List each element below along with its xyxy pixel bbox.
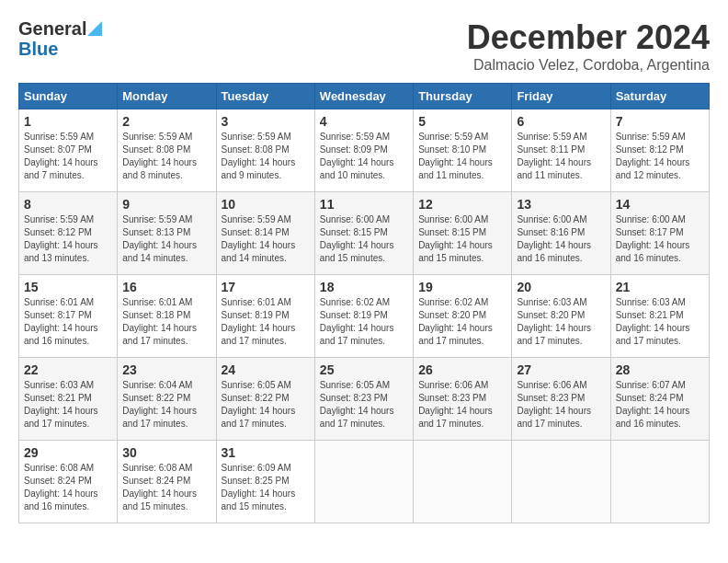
- day-info: Sunrise: 6:07 AMSunset: 8:24 PMDaylight:…: [616, 380, 690, 429]
- calendar-week-row: 8 Sunrise: 5:59 AMSunset: 8:12 PMDayligh…: [19, 192, 710, 275]
- day-number: 28: [616, 362, 704, 377]
- day-number: 31: [222, 445, 310, 460]
- day-number: 25: [320, 362, 408, 377]
- day-number: 2: [122, 114, 210, 129]
- page-header: General Blue December 2024 Dalmacio Vele…: [18, 18, 710, 74]
- day-number: 26: [418, 362, 506, 377]
- day-number: 24: [222, 362, 310, 377]
- day-info: Sunrise: 6:03 AMSunset: 8:21 PMDaylight:…: [24, 380, 98, 429]
- day-number: 11: [320, 197, 408, 212]
- column-header-saturday: Saturday: [610, 84, 709, 109]
- day-number: 22: [24, 362, 112, 377]
- calendar-week-row: 1 Sunrise: 5:59 AMSunset: 8:07 PMDayligh…: [19, 109, 710, 192]
- calendar-cell: 15 Sunrise: 6:01 AMSunset: 8:17 PMDaylig…: [19, 275, 118, 358]
- logo: General Blue: [18, 18, 102, 59]
- day-number: 17: [222, 280, 310, 294]
- day-info: Sunrise: 6:00 AMSunset: 8:16 PMDaylight:…: [517, 214, 591, 263]
- day-number: 30: [122, 445, 210, 460]
- day-number: 7: [616, 114, 704, 129]
- calendar-cell: 8 Sunrise: 5:59 AMSunset: 8:12 PMDayligh…: [19, 192, 118, 275]
- day-number: 10: [222, 197, 310, 212]
- day-number: 1: [24, 114, 112, 129]
- calendar-week-row: 22 Sunrise: 6:03 AMSunset: 8:21 PMDaylig…: [19, 358, 710, 441]
- day-info: Sunrise: 6:03 AMSunset: 8:20 PMDaylight:…: [517, 297, 591, 346]
- day-number: 23: [122, 362, 210, 377]
- column-header-monday: Monday: [118, 84, 216, 109]
- day-number: 13: [517, 197, 605, 212]
- calendar-cell: 24 Sunrise: 6:05 AMSunset: 8:22 PMDaylig…: [216, 358, 314, 441]
- calendar-cell: 13 Sunrise: 6:00 AMSunset: 8:16 PMDaylig…: [512, 192, 610, 275]
- day-info: Sunrise: 6:04 AMSunset: 8:22 PMDaylight:…: [122, 380, 197, 429]
- calendar-cell: 18 Sunrise: 6:02 AMSunset: 8:19 PMDaylig…: [314, 275, 413, 358]
- column-header-wednesday: Wednesday: [314, 84, 413, 109]
- calendar-cell: 10 Sunrise: 5:59 AMSunset: 8:14 PMDaylig…: [216, 192, 314, 275]
- day-info: Sunrise: 6:02 AMSunset: 8:19 PMDaylight:…: [320, 297, 394, 346]
- calendar-cell: 5 Sunrise: 5:59 AMSunset: 8:10 PMDayligh…: [414, 109, 512, 192]
- calendar-header-row: SundayMondayTuesdayWednesdayThursdayFrid…: [19, 84, 710, 109]
- day-info: Sunrise: 6:01 AMSunset: 8:17 PMDaylight:…: [24, 297, 98, 346]
- day-info: Sunrise: 5:59 AMSunset: 8:14 PMDaylight:…: [222, 214, 296, 263]
- calendar-week-row: 29 Sunrise: 6:08 AMSunset: 8:24 PMDaylig…: [19, 441, 710, 523]
- calendar-cell: 3 Sunrise: 5:59 AMSunset: 8:08 PMDayligh…: [216, 109, 314, 192]
- day-info: Sunrise: 5:59 AMSunset: 8:11 PMDaylight:…: [517, 132, 591, 180]
- calendar-cell: 12 Sunrise: 6:00 AMSunset: 8:15 PMDaylig…: [414, 192, 512, 275]
- calendar-cell: 11 Sunrise: 6:00 AMSunset: 8:15 PMDaylig…: [314, 192, 413, 275]
- day-info: Sunrise: 6:00 AMSunset: 8:15 PMDaylight:…: [418, 214, 493, 263]
- title-block: December 2024 Dalmacio Velez, Cordoba, A…: [467, 18, 710, 74]
- day-number: 9: [122, 197, 210, 212]
- calendar-cell: 22 Sunrise: 6:03 AMSunset: 8:21 PMDaylig…: [19, 358, 118, 441]
- day-info: Sunrise: 6:08 AMSunset: 8:24 PMDaylight:…: [24, 463, 98, 511]
- day-info: Sunrise: 6:09 AMSunset: 8:25 PMDaylight:…: [222, 463, 296, 511]
- day-info: Sunrise: 5:59 AMSunset: 8:08 PMDaylight:…: [222, 132, 296, 180]
- day-info: Sunrise: 6:01 AMSunset: 8:18 PMDaylight:…: [122, 297, 197, 346]
- calendar-cell: 23 Sunrise: 6:04 AMSunset: 8:22 PMDaylig…: [118, 358, 216, 441]
- calendar-cell: [414, 441, 512, 523]
- day-number: 5: [418, 114, 506, 129]
- day-info: Sunrise: 6:02 AMSunset: 8:20 PMDaylight:…: [418, 297, 493, 346]
- column-header-thursday: Thursday: [414, 84, 512, 109]
- calendar-cell: 4 Sunrise: 5:59 AMSunset: 8:09 PMDayligh…: [314, 109, 413, 192]
- day-number: 18: [320, 280, 408, 294]
- day-number: 8: [24, 197, 112, 212]
- day-number: 29: [24, 445, 112, 460]
- calendar-cell: 17 Sunrise: 6:01 AMSunset: 8:19 PMDaylig…: [216, 275, 314, 358]
- day-info: Sunrise: 6:00 AMSunset: 8:17 PMDaylight:…: [616, 214, 690, 263]
- calendar-week-row: 15 Sunrise: 6:01 AMSunset: 8:17 PMDaylig…: [19, 275, 710, 358]
- calendar-cell: 26 Sunrise: 6:06 AMSunset: 8:23 PMDaylig…: [414, 358, 512, 441]
- calendar-cell: 25 Sunrise: 6:05 AMSunset: 8:23 PMDaylig…: [314, 358, 413, 441]
- calendar-cell: 20 Sunrise: 6:03 AMSunset: 8:20 PMDaylig…: [512, 275, 610, 358]
- day-info: Sunrise: 5:59 AMSunset: 8:08 PMDaylight:…: [122, 132, 197, 180]
- calendar-cell: 30 Sunrise: 6:08 AMSunset: 8:24 PMDaylig…: [118, 441, 216, 523]
- calendar-cell: 16 Sunrise: 6:01 AMSunset: 8:18 PMDaylig…: [118, 275, 216, 358]
- logo-blue: Blue: [18, 39, 58, 59]
- calendar-cell: [314, 441, 413, 523]
- day-info: Sunrise: 5:59 AMSunset: 8:09 PMDaylight:…: [320, 132, 394, 180]
- calendar-cell: 9 Sunrise: 5:59 AMSunset: 8:13 PMDayligh…: [118, 192, 216, 275]
- calendar-cell: 19 Sunrise: 6:02 AMSunset: 8:20 PMDaylig…: [414, 275, 512, 358]
- day-info: Sunrise: 6:05 AMSunset: 8:23 PMDaylight:…: [320, 380, 394, 429]
- calendar-cell: 27 Sunrise: 6:06 AMSunset: 8:23 PMDaylig…: [512, 358, 610, 441]
- day-number: 16: [122, 280, 210, 294]
- day-number: 27: [517, 362, 605, 377]
- day-number: 14: [616, 197, 704, 212]
- calendar-cell: 6 Sunrise: 5:59 AMSunset: 8:11 PMDayligh…: [512, 109, 610, 192]
- day-number: 6: [517, 114, 605, 129]
- day-info: Sunrise: 6:01 AMSunset: 8:19 PMDaylight:…: [222, 297, 296, 346]
- day-number: 4: [320, 114, 408, 129]
- calendar-cell: 14 Sunrise: 6:00 AMSunset: 8:17 PMDaylig…: [610, 192, 709, 275]
- calendar-cell: 1 Sunrise: 5:59 AMSunset: 8:07 PMDayligh…: [19, 109, 118, 192]
- day-number: 21: [616, 280, 704, 294]
- day-info: Sunrise: 6:06 AMSunset: 8:23 PMDaylight:…: [418, 380, 493, 429]
- day-info: Sunrise: 6:08 AMSunset: 8:24 PMDaylight:…: [122, 463, 197, 511]
- day-info: Sunrise: 6:06 AMSunset: 8:23 PMDaylight:…: [517, 380, 591, 429]
- day-info: Sunrise: 5:59 AMSunset: 8:13 PMDaylight:…: [122, 214, 197, 263]
- day-number: 3: [222, 114, 310, 129]
- page-subtitle: Dalmacio Velez, Cordoba, Argentina: [467, 57, 710, 74]
- column-header-sunday: Sunday: [19, 84, 118, 109]
- day-number: 12: [418, 197, 506, 212]
- calendar-cell: 31 Sunrise: 6:09 AMSunset: 8:25 PMDaylig…: [216, 441, 314, 523]
- calendar-cell: 7 Sunrise: 5:59 AMSunset: 8:12 PMDayligh…: [610, 109, 709, 192]
- page-title: December 2024: [467, 18, 710, 57]
- column-header-tuesday: Tuesday: [216, 84, 314, 109]
- calendar-cell: 29 Sunrise: 6:08 AMSunset: 8:24 PMDaylig…: [19, 441, 118, 523]
